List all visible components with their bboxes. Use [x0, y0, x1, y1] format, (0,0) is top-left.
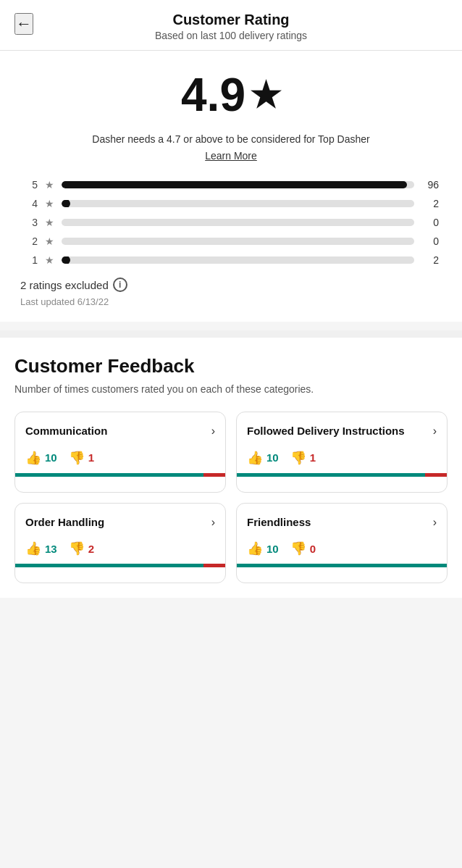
bar-row-2: 2 ★ 0 — [23, 235, 439, 247]
thumbup-icon: 👍 — [25, 450, 41, 466]
excluded-text: 2 ratings excluded — [20, 279, 109, 291]
thumbs-up-stat: 👍 10 — [247, 450, 279, 466]
bar-count-3: 0 — [421, 217, 439, 228]
page-subtitle: Based on last 100 delivery ratings — [155, 30, 307, 41]
thumbdown-icon: 👎 — [69, 450, 85, 466]
bar-count-2: 0 — [421, 235, 439, 247]
thumbs-up-stat: 👍 10 — [247, 541, 279, 556]
card-bottom-bar — [15, 473, 225, 477]
teal-bar — [237, 564, 447, 567]
bar-star-4: ★ — [45, 198, 54, 209]
card-title: Order Handling — [25, 515, 209, 530]
bar-star-5: ★ — [45, 179, 54, 191]
feedback-card-friendliness[interactable]: Friendliness › 👍 10 👎 0 — [236, 503, 448, 584]
card-title-row: Order Handling › — [25, 515, 215, 530]
rating-star-icon: ★ — [250, 75, 281, 115]
info-icon[interactable]: i — [113, 277, 127, 292]
feedback-card-delivery-instructions[interactable]: Followed Delivery Instructions › 👍 10 👎 … — [236, 412, 448, 493]
thumbs-up-count: 10 — [266, 543, 279, 555]
bar-dot-4 — [62, 200, 70, 207]
bar-row-5: 5 ★ 96 — [23, 179, 439, 191]
thumbs-down-stat: 👎 1 — [290, 450, 316, 466]
thumbup-icon: 👍 — [25, 541, 41, 556]
thumbs-down-stat: 👎 2 — [69, 541, 94, 556]
feedback-grid: Communication › 👍 10 👎 1 Follo — [14, 412, 448, 583]
info-symbol: i — [119, 280, 121, 290]
bar-count-1: 2 — [421, 254, 439, 266]
card-bottom-bar — [237, 473, 447, 477]
bar-track-2 — [62, 238, 414, 245]
card-stats: 👍 13 👎 2 — [25, 541, 215, 556]
thumbs-down-stat: 👎 0 — [290, 541, 316, 556]
thumbs-down-count: 0 — [310, 543, 316, 555]
thumbs-up-count: 10 — [266, 451, 279, 464]
bar-label-2: 2 — [23, 235, 38, 247]
bar-row-1: 1 ★ 2 — [23, 254, 439, 266]
bar-label-1: 1 — [23, 254, 38, 266]
rating-description: Dasher needs a 4.7 or above to be consid… — [20, 132, 442, 147]
thumbs-down-count: 2 — [88, 543, 94, 555]
bar-track-1 — [62, 256, 414, 264]
card-stats: 👍 10 👎 0 — [247, 541, 437, 556]
header: ← Customer Rating Based on last 100 deli… — [0, 0, 462, 51]
thumbs-down-count: 1 — [88, 451, 94, 464]
big-rating-display: 4.9 ★ — [20, 68, 442, 122]
thumbs-up-stat: 👍 13 — [25, 541, 57, 556]
teal-bar — [237, 473, 425, 477]
thumbs-up-count: 13 — [45, 543, 57, 555]
thumbdown-icon: 👎 — [69, 541, 85, 556]
card-title: Communication — [25, 424, 209, 438]
bar-track-5 — [62, 181, 414, 188]
feedback-title: Customer Feedback — [14, 355, 448, 377]
bar-count-4: 2 — [421, 198, 439, 209]
bar-star-3: ★ — [45, 217, 54, 228]
thumbs-down-count: 1 — [310, 451, 316, 464]
section-divider — [0, 330, 462, 338]
rating-value: 4.9 — [181, 68, 245, 122]
thumbup-icon: 👍 — [247, 541, 263, 556]
back-button[interactable]: ← — [14, 13, 33, 35]
bar-star-2: ★ — [45, 235, 54, 247]
bar-fill-5 — [62, 181, 407, 188]
card-title-row: Followed Delivery Instructions › — [247, 424, 437, 438]
thumbs-down-stat: 👎 1 — [69, 450, 94, 466]
bar-track-3 — [62, 219, 414, 226]
teal-bar — [15, 564, 203, 567]
chevron-icon: › — [211, 516, 215, 529]
card-bottom-bar — [237, 564, 447, 567]
card-title-row: Friendliness › — [247, 515, 437, 530]
bar-label-5: 5 — [23, 179, 38, 191]
card-title-row: Communication › — [25, 424, 215, 438]
card-stats: 👍 10 👎 1 — [247, 450, 437, 466]
page-title: Customer Rating — [172, 12, 289, 28]
bar-track-4 — [62, 200, 414, 207]
bar-count-5: 96 — [421, 179, 439, 191]
card-stats: 👍 10 👎 1 — [25, 450, 215, 466]
chevron-icon: › — [433, 516, 437, 529]
bar-row-4: 4 ★ 2 — [23, 198, 439, 209]
bar-star-1: ★ — [45, 254, 54, 266]
thumbup-icon: 👍 — [247, 450, 263, 466]
rating-bars: 5 ★ 96 4 ★ 2 3 ★ 0 2 ★ 0 — [20, 179, 442, 266]
teal-bar — [15, 473, 203, 477]
chevron-icon: › — [211, 425, 215, 438]
red-bar — [203, 564, 225, 567]
feedback-section: Customer Feedback Number of times custom… — [0, 338, 462, 598]
red-bar — [203, 473, 225, 477]
learn-more-link[interactable]: Learn More — [20, 150, 442, 162]
thumbs-up-count: 10 — [45, 451, 57, 464]
card-title: Friendliness — [247, 515, 430, 530]
bar-row-3: 3 ★ 0 — [23, 217, 439, 228]
chevron-icon: › — [433, 425, 437, 438]
card-title: Followed Delivery Instructions — [247, 424, 430, 438]
excluded-row: 2 ratings excluded i — [20, 277, 442, 292]
feedback-description: Number of times customers rated you on e… — [14, 382, 448, 397]
thumbdown-icon: 👎 — [290, 541, 306, 556]
last-updated: Last updated 6/13/22 — [20, 296, 442, 307]
feedback-card-communication[interactable]: Communication › 👍 10 👎 1 — [14, 412, 226, 493]
card-bottom-bar — [15, 564, 225, 567]
bar-dot-1 — [62, 256, 70, 264]
bar-label-4: 4 — [23, 198, 38, 209]
feedback-card-order-handling[interactable]: Order Handling › 👍 13 👎 2 — [14, 503, 226, 584]
red-bar — [425, 473, 447, 477]
